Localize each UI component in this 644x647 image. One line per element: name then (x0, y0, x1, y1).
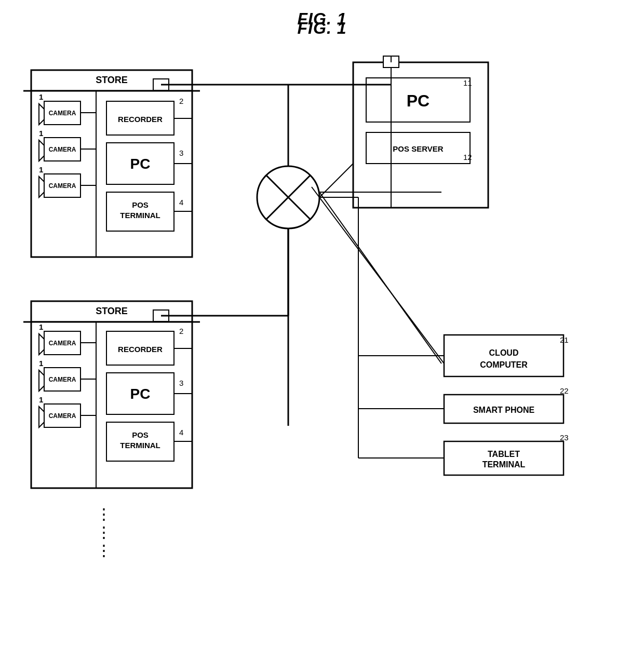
svg-text:4: 4 (179, 428, 183, 437)
svg-text:SMART PHONE: SMART PHONE (473, 406, 535, 414)
svg-text:PC: PC (407, 91, 430, 110)
svg-text:CAMERA: CAMERA (49, 376, 76, 383)
svg-text:TERMINAL: TERMINAL (120, 211, 160, 220)
svg-line-51 (312, 187, 444, 363)
svg-text:PC: PC (130, 386, 151, 402)
svg-text:POS: POS (132, 200, 149, 209)
figure-title-display: FIG. 1 (0, 9, 644, 38)
svg-text:TERMINAL: TERMINAL (120, 441, 160, 450)
svg-text:POS SERVER: POS SERVER (393, 144, 443, 153)
svg-text:4: 4 (179, 198, 183, 207)
svg-text:1: 1 (39, 129, 43, 138)
svg-text:2: 2 (179, 97, 183, 105)
page: FIG. 1 STORE CAMERA 1 CAMERA 1 CAMERA (0, 0, 644, 647)
svg-text:1: 1 (39, 165, 43, 174)
svg-text:CAMERA: CAMERA (49, 110, 76, 117)
svg-text:TERMINAL: TERMINAL (482, 460, 526, 469)
svg-text:CLOUD: CLOUD (489, 348, 519, 357)
svg-text:1: 1 (39, 92, 43, 101)
svg-text:3: 3 (179, 379, 183, 387)
svg-text:CAMERA: CAMERA (49, 182, 76, 190)
svg-text:RECORDER: RECORDER (118, 345, 163, 354)
svg-text:21: 21 (560, 335, 569, 344)
svg-text:22: 22 (560, 386, 569, 395)
svg-text:CAMERA: CAMERA (49, 412, 76, 420)
svg-text:3: 3 (179, 149, 183, 157)
svg-text:2: 2 (179, 327, 183, 335)
svg-text:23: 23 (560, 433, 569, 442)
svg-text:⋮: ⋮ (96, 523, 112, 541)
svg-text:PC: PC (130, 156, 151, 172)
svg-text:11: 11 (463, 78, 472, 87)
svg-text:1: 1 (39, 322, 43, 331)
svg-text:TABLET: TABLET (488, 450, 520, 459)
svg-text:12: 12 (463, 153, 472, 161)
svg-text:⋮: ⋮ (96, 542, 112, 559)
svg-text:POS: POS (132, 430, 149, 439)
diagram-svg: STORE CAMERA 1 CAMERA 1 CAMERA 1 RECORDE… (0, 0, 644, 647)
svg-text:1: 1 (39, 395, 43, 404)
svg-text:STORE: STORE (96, 306, 128, 316)
svg-text:⋮: ⋮ (96, 505, 112, 522)
svg-line-50 (319, 192, 441, 363)
svg-text:COMPUTER: COMPUTER (480, 360, 528, 369)
svg-text:RECORDER: RECORDER (118, 115, 163, 124)
svg-text:1: 1 (39, 359, 43, 368)
svg-text:CAMERA: CAMERA (49, 146, 76, 153)
store-top-label: STORE (96, 75, 128, 85)
svg-text:CAMERA: CAMERA (49, 340, 76, 347)
